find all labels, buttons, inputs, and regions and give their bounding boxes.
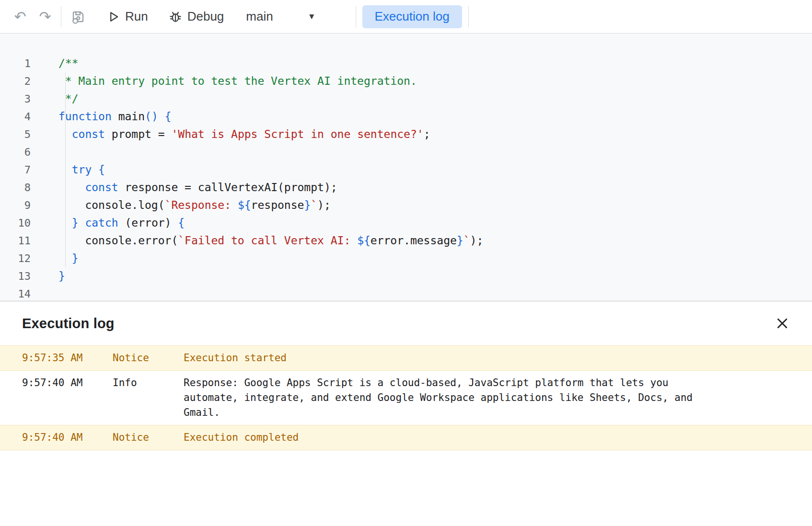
line-number: 4 — [0, 108, 31, 126]
save-icon — [70, 9, 86, 24]
line-number: 10 — [0, 214, 31, 232]
debug-label: Debug — [187, 9, 224, 24]
log-entry-message: Execution completed — [184, 430, 299, 445]
function-selector-value: main — [246, 9, 273, 24]
code-lines: 1/**2 * Main entry point to test the Ver… — [0, 55, 812, 301]
code-line-text: } catch (error) { — [58, 214, 185, 232]
code-line[interactable]: 12 } — [0, 250, 812, 267]
code-line[interactable]: 1/** — [0, 55, 812, 72]
log-entry-time: 9:57:40 AM — [22, 430, 113, 445]
code-line-text: * Main entry point to test the Vertex AI… — [58, 72, 417, 90]
code-line-text: console.error(`Failed to call Vertex AI:… — [58, 232, 483, 250]
code-line[interactable]: 7 try { — [0, 161, 812, 179]
code-line-text: const prompt = 'What is Apps Script in o… — [58, 126, 430, 143]
run-label: Run — [125, 9, 148, 24]
code-line[interactable]: 5 const prompt = 'What is Apps Script in… — [0, 126, 812, 143]
line-number: 7 — [0, 161, 31, 179]
code-line[interactable]: 9 console.log(`Response: ${response}`); — [0, 196, 812, 214]
debug-bug-icon — [168, 10, 183, 24]
line-number: 12 — [0, 250, 31, 267]
line-number: 6 — [0, 143, 31, 161]
execution-log-title: Execution log — [22, 316, 115, 332]
chevron-down-icon: ▼ — [308, 12, 316, 22]
toolbar: ↶ ↷ Run Debug — [0, 0, 812, 34]
function-selector[interactable]: main ▼ — [240, 5, 321, 28]
code-line[interactable]: 13} — [0, 267, 812, 285]
redo-button[interactable]: ↷ — [35, 7, 55, 26]
code-line[interactable]: 6 — [0, 143, 812, 161]
code-editor[interactable]: 1/**2 * Main entry point to test the Ver… — [0, 34, 812, 301]
code-line-text: */ — [58, 90, 79, 108]
log-entry-message: Response: Google Apps Script is a cloud-… — [184, 376, 694, 420]
code-line-text: function main() { — [58, 108, 171, 126]
log-entry-level: Notice — [113, 430, 184, 445]
log-entry: 9:57:35 AMNoticeExecution started — [0, 345, 812, 371]
execution-log-header: Execution log — [0, 301, 812, 345]
line-number: 1 — [0, 55, 31, 72]
line-number: 3 — [0, 90, 31, 108]
line-number: 11 — [0, 232, 31, 250]
toolbar-divider — [468, 6, 469, 27]
debug-button[interactable]: Debug — [162, 5, 230, 28]
line-number: 14 — [0, 285, 31, 301]
code-line-text: } — [58, 267, 65, 285]
code-line-text: } — [58, 250, 79, 267]
run-button[interactable]: Run — [101, 5, 154, 28]
redo-icon: ↷ — [39, 10, 51, 24]
execution-log-button[interactable]: Execution log — [362, 5, 462, 28]
log-entry-message: Execution started — [184, 351, 287, 366]
log-entry-time: 9:57:35 AM — [22, 351, 113, 366]
line-number: 2 — [0, 72, 31, 90]
save-project-button[interactable] — [69, 7, 88, 26]
code-line[interactable]: 4function main() { — [0, 108, 812, 126]
line-number: 8 — [0, 179, 31, 196]
play-icon — [107, 10, 120, 23]
code-line[interactable]: 11 console.error(`Failed to call Vertex … — [0, 232, 812, 250]
code-line-text: console.log(`Response: ${response}`); — [58, 196, 331, 214]
code-line-text: const response = callVertexAI(prompt); — [58, 179, 337, 196]
undo-button[interactable]: ↶ — [11, 7, 30, 26]
line-number: 13 — [0, 267, 31, 285]
log-entry-level: Info — [113, 376, 184, 420]
line-number: 5 — [0, 126, 31, 143]
line-number: 9 — [0, 196, 31, 214]
close-icon — [775, 316, 789, 331]
toolbar-divider — [61, 6, 61, 27]
execution-log-panel: Execution log 9:57:35 AMNoticeExecution … — [0, 301, 812, 526]
code-line[interactable]: 10 } catch (error) { — [0, 214, 812, 232]
undo-icon: ↶ — [14, 10, 26, 24]
log-entry-time: 9:57:40 AM — [22, 376, 113, 420]
code-line[interactable]: 14 — [0, 285, 812, 301]
log-entries: 9:57:35 AMNoticeExecution started9:57:40… — [0, 345, 812, 450]
log-entry-level: Notice — [113, 351, 184, 366]
code-line[interactable]: 3 */ — [0, 90, 812, 108]
log-entry: 9:57:40 AMNoticeExecution completed — [0, 425, 812, 450]
indent-guide — [65, 72, 66, 267]
close-button[interactable] — [772, 313, 793, 334]
apps-script-editor: ↶ ↷ Run Debug — [0, 0, 812, 526]
code-line[interactable]: 8 const response = callVertexAI(prompt); — [0, 179, 812, 196]
toolbar-divider — [356, 6, 356, 27]
code-line[interactable]: 2 * Main entry point to test the Vertex … — [0, 72, 812, 90]
code-line-text: /** — [58, 55, 79, 72]
log-entry: 9:57:40 AMInfoResponse: Google Apps Scri… — [0, 371, 812, 425]
